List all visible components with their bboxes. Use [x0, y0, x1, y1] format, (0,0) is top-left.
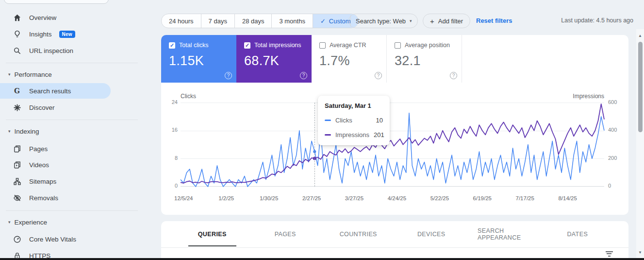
plus-icon: +	[430, 17, 434, 25]
help-icon[interactable]: ?	[375, 72, 382, 79]
tab-devices[interactable]: DEVICES	[395, 221, 468, 247]
range-7-days[interactable]: 7 days	[201, 14, 235, 28]
x-tick-label: 1/2/25	[218, 195, 234, 201]
range-28-days[interactable]: 28 days	[235, 14, 272, 28]
metric-card-total-clicks[interactable]: ✓ Total clicks 1.15K ?	[161, 35, 236, 83]
scrollbar-thumb[interactable]	[638, 42, 643, 132]
reset-filters-link[interactable]: Reset filters	[476, 17, 512, 24]
window-bottom-edge	[0, 258, 644, 260]
hover-crosshair	[314, 103, 315, 187]
sidebar-item-label: URL inspection	[29, 47, 73, 54]
sidebar-item-insights[interactable]: Insights New	[0, 26, 146, 42]
sidebar-item-core-web-vitals[interactable]: Core Web Vitals	[0, 231, 146, 247]
sidebar-section-experience[interactable]: ▾ Experience	[0, 215, 146, 229]
x-tick-label: 2/27/25	[302, 195, 321, 201]
search-type-dropdown[interactable]: Search type: Web ▾	[348, 14, 418, 28]
sidebar-item-label: Overview	[29, 14, 56, 21]
sitemaps-tree-icon	[12, 176, 22, 186]
sidebar-divider	[6, 120, 138, 120]
tab-dates[interactable]: DATES	[541, 221, 614, 247]
tab-search-appearance[interactable]: SEARCH APPEARANCE	[468, 221, 541, 247]
metric-label: Total impressions	[254, 42, 301, 49]
sidebar-item-label: Search results	[29, 87, 71, 95]
checkbox-unchecked-icon[interactable]	[319, 42, 326, 49]
x-tick-label: 3/27/25	[345, 195, 363, 201]
scroll-up-icon[interactable]: ▲	[636, 34, 644, 38]
x-tick-label: 8/14/25	[558, 195, 577, 201]
sidebar-section-label: Performance	[15, 71, 52, 78]
x-tick-label: 5/22/25	[430, 195, 449, 201]
add-filter-button[interactable]: + Add filter	[423, 14, 470, 28]
checkbox-checked-icon[interactable]: ✓	[169, 42, 175, 49]
sidebar-item-label: Sitemaps	[29, 178, 56, 185]
sidebar-section-label: Experience	[15, 219, 48, 226]
sidebar-item-removals[interactable]: Removals	[0, 190, 146, 206]
sidebar-section-indexing[interactable]: ▾ Indexing	[0, 124, 146, 138]
sidebar-section-label: Indexing	[15, 128, 39, 135]
sidebar-item-label: Core Web Vitals	[29, 236, 76, 243]
sidebar-item-url-inspection[interactable]: URL inspection	[0, 43, 146, 58]
sidebar-item-videos[interactable]: Videos	[0, 157, 146, 173]
help-icon[interactable]: ?	[225, 72, 232, 79]
chevron-down-icon: ▾	[8, 129, 11, 134]
check-icon: ✓	[320, 17, 326, 25]
sidebar-divider	[6, 210, 138, 211]
left-axis-title: Clicks	[181, 93, 196, 100]
tab-pages[interactable]: PAGES	[249, 221, 322, 247]
range-3-months[interactable]: 3 months	[272, 14, 313, 28]
videos-icon	[12, 160, 22, 170]
help-icon[interactable]: ?	[300, 72, 307, 79]
search-icon	[12, 46, 22, 55]
checkbox-checked-icon[interactable]: ✓	[244, 42, 250, 49]
tooltip-clicks-row: Clicks 10	[325, 117, 383, 124]
tab-countries[interactable]: COUNTRIES	[322, 221, 395, 247]
sidebar-item-pages[interactable]: Pages	[0, 141, 146, 156]
sidebar-item-sitemaps[interactable]: Sitemaps	[0, 173, 146, 189]
discover-asterisk-icon	[12, 103, 22, 112]
x-tick-label: 7/17/25	[516, 195, 534, 201]
metric-card-average-position[interactable]: Average position 32.1 ?	[387, 35, 462, 83]
chevron-down-icon: ▾	[8, 72, 11, 77]
google-g-icon: G	[12, 86, 22, 96]
metric-card-total-impressions[interactable]: ✓ Total impressions 68.7K ?	[236, 35, 312, 83]
help-icon[interactable]: ?	[450, 72, 457, 79]
x-tick-label: 6/19/25	[473, 195, 492, 201]
range-24-hours[interactable]: 24 hours	[162, 14, 201, 28]
sidebar-item-label: Removals	[29, 194, 58, 202]
clicks-legend-swatch	[325, 120, 331, 121]
metric-label: Total clicks	[179, 42, 208, 49]
scroll-down-icon[interactable]: ▼	[636, 250, 644, 255]
lightbulb-icon	[12, 29, 22, 39]
impressions-legend-swatch	[325, 134, 331, 136]
metric-label: Average position	[405, 42, 450, 49]
speedometer-icon	[12, 234, 22, 244]
dimensions-panel: QUERIES PAGES COUNTRIES DEVICES SEARCH A…	[161, 221, 628, 260]
sidebar-item-search-results[interactable]: G Search results	[0, 83, 111, 99]
sidebar-section-performance[interactable]: ▾ Performance	[0, 68, 146, 81]
vertical-scrollbar[interactable]: ▲ ▼	[636, 29, 644, 258]
metric-value: 68.7K	[244, 53, 306, 69]
pages-copy-icon	[12, 144, 22, 154]
caret-down-icon: ▾	[410, 18, 412, 23]
metric-value: 32.1	[395, 53, 456, 69]
checkbox-unchecked-icon[interactable]	[395, 42, 401, 49]
metric-card-average-ctr[interactable]: Average CTR 1.7% ?	[312, 35, 387, 83]
sidebar-item-label: Pages	[29, 145, 48, 153]
x-tick-label: 1/30/25	[260, 195, 278, 201]
sidebar-item-overview[interactable]: Overview	[0, 10, 146, 25]
chevron-down-icon: ▾	[8, 220, 11, 225]
chart-plot[interactable]	[181, 103, 604, 187]
sidebar-item-label: Discover	[29, 104, 55, 111]
clicks-line	[181, 113, 604, 187]
tab-queries[interactable]: QUERIES	[176, 221, 249, 247]
eye-off-icon	[12, 193, 22, 203]
x-tick-label: 4/24/25	[388, 195, 406, 201]
right-axis-ticks: 600 400 200 0	[608, 103, 625, 187]
x-axis-ticks: 12/5/241/2/251/30/252/27/253/27/254/24/2…	[181, 195, 604, 203]
sidebar-item-discover[interactable]: Discover	[0, 100, 146, 115]
property-search-box[interactable]	[4, 0, 109, 4]
sidebar-item-label: Videos	[29, 161, 49, 169]
right-axis-title: Impressions	[573, 93, 604, 100]
tooltip-date: Saturday, Mar 1	[325, 102, 383, 109]
table-filter-icon[interactable]	[605, 251, 613, 257]
